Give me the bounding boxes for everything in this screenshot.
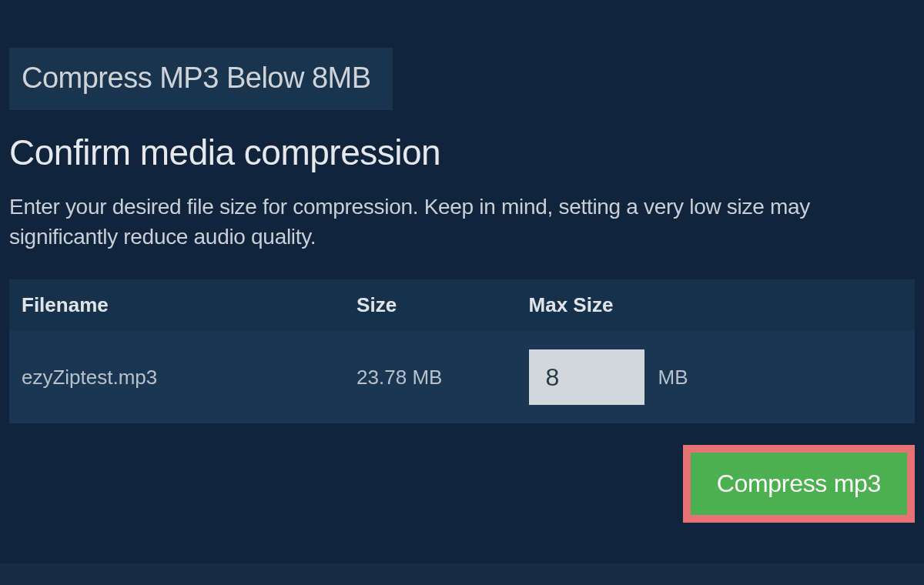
bottom-strip [0, 563, 924, 585]
tab-compress-mp3[interactable]: Compress MP3 Below 8MB [9, 48, 393, 110]
header-filename: Filename [9, 279, 344, 331]
compress-button-label: Compress mp3 [717, 470, 881, 497]
file-table: Filename Size Max Size ezyZiptest.mp3 23… [9, 279, 915, 423]
page-title: Confirm media compression [9, 132, 915, 173]
max-size-input[interactable] [529, 349, 644, 405]
table-row: ezyZiptest.mp3 23.78 MB MB [9, 331, 915, 423]
cell-filename: ezyZiptest.mp3 [9, 331, 344, 423]
tab-bar: Compress MP3 Below 8MB [9, 48, 915, 110]
max-size-unit: MB [658, 366, 688, 389]
cell-maxsize: MB [517, 331, 915, 423]
header-maxsize: Max Size [517, 279, 915, 331]
tab-label: Compress MP3 Below 8MB [22, 62, 371, 94]
cell-size: 23.78 MB [344, 331, 516, 423]
page-description: Enter your desired file size for compres… [9, 192, 915, 252]
button-row: Compress mp3 [9, 445, 915, 523]
table-header: Filename Size Max Size [9, 279, 915, 331]
header-size: Size [344, 279, 516, 331]
compress-button[interactable]: Compress mp3 [683, 445, 915, 523]
